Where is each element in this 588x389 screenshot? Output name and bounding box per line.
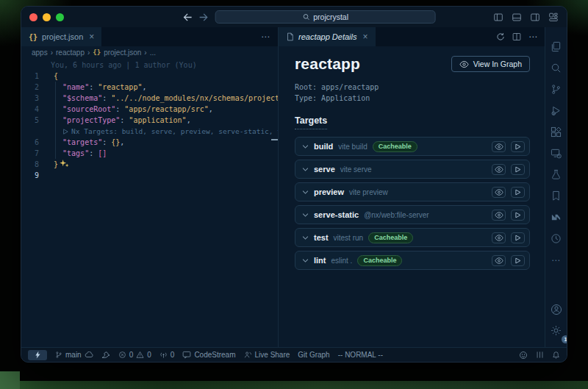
split-editor-icon[interactable] (512, 32, 521, 41)
code-line: 5 "projectType": "application", (21, 115, 278, 126)
target-row[interactable]: previewvite preview (295, 182, 530, 201)
target-row[interactable]: testvitest runCacheable (295, 228, 530, 247)
file-icon (286, 32, 294, 41)
live-share-status[interactable]: Live Share (244, 351, 290, 359)
breadcrumb-separator: › (144, 49, 146, 57)
ports-status[interactable]: 0 (159, 351, 175, 359)
target-row[interactable]: linteslint .Cacheable (295, 251, 530, 270)
tab-bar-left: {} project.json × ⋯ (21, 27, 278, 46)
targets-list: buildvite buildCacheableservevite servep… (295, 137, 536, 270)
run-target-button[interactable] (511, 255, 525, 266)
settings-gear-icon[interactable]: 1 (545, 320, 567, 341)
feedback-smiley-icon[interactable] (519, 351, 528, 360)
view-target-button[interactable] (492, 141, 506, 152)
extensions-icon[interactable] (545, 121, 567, 143)
more-views-icon[interactable]: ⋯ (545, 249, 567, 271)
target-row[interactable]: serve-static@nx/web:file-server (295, 205, 530, 224)
source-control-icon[interactable] (545, 79, 567, 100)
breadcrumb-item[interactable]: reactapp (56, 49, 85, 57)
bookmarks-icon[interactable] (545, 185, 567, 207)
run-target-button[interactable] (511, 187, 525, 198)
explorer-icon[interactable] (545, 36, 567, 57)
zoom-window-button[interactable] (56, 13, 64, 21)
chevron-down-icon[interactable] (302, 235, 309, 240)
close-tab-icon[interactable]: × (89, 32, 94, 42)
json-file-icon: {} (29, 33, 37, 41)
command-center-search[interactable]: projcrystal (215, 10, 436, 24)
line-number: 7 (21, 148, 48, 159)
bird-icon[interactable] (101, 351, 110, 359)
view-target-button[interactable] (492, 210, 506, 221)
nx-console-icon[interactable] (545, 207, 567, 228)
nav-forward-icon[interactable] (199, 13, 209, 21)
git-graph-status[interactable]: Git Graph (298, 351, 329, 359)
code-editor[interactable]: You, 6 hours ago | 1 author (You)1{2 "na… (21, 58, 278, 347)
target-name: test (314, 233, 329, 242)
chevron-down-icon[interactable] (302, 144, 309, 149)
branch-icon (55, 351, 62, 359)
git-branch-status[interactable]: main (55, 351, 93, 359)
run-target-button[interactable] (511, 141, 525, 152)
minimize-window-button[interactable] (43, 13, 51, 21)
code-line-content: "$schema": "../../node_modules/nx/schema… (48, 93, 278, 104)
breadcrumb-item[interactable]: project.json (104, 49, 141, 57)
columns-icon[interactable] (536, 351, 544, 359)
codelens-line[interactable]: Nx Targets: build, serve, preview, serve… (21, 126, 278, 137)
view-target-button[interactable] (492, 232, 506, 243)
bell-icon[interactable] (552, 351, 560, 360)
run-target-button[interactable] (511, 232, 525, 243)
account-icon[interactable] (545, 299, 567, 320)
target-row[interactable]: buildvite buildCacheable (295, 137, 530, 156)
editor-actions-more[interactable]: ⋯ (254, 32, 278, 42)
nav-back-icon[interactable] (183, 13, 193, 21)
toggle-sidebar-icon[interactable] (493, 13, 503, 22)
window-controls (29, 13, 64, 21)
more-actions-icon[interactable]: ⋯ (528, 32, 537, 42)
target-command: vite preview (349, 188, 388, 196)
line-number (21, 126, 48, 137)
testing-beaker-icon[interactable] (545, 164, 567, 185)
share-icon (244, 351, 252, 359)
remote-indicator[interactable] (28, 350, 47, 360)
run-debug-icon[interactable] (545, 100, 567, 121)
close-window-button[interactable] (29, 13, 37, 21)
run-target-button[interactable] (511, 164, 525, 175)
code-line-content: "sourceRoot": "apps/reactapp/src", (48, 104, 213, 115)
view-target-button[interactable] (492, 255, 506, 266)
chevron-down-icon[interactable] (302, 258, 309, 263)
codestream-status[interactable]: CodeStream (182, 351, 235, 359)
error-icon (118, 351, 126, 359)
run-target-button[interactable] (511, 210, 525, 221)
chevron-down-icon (302, 190, 309, 195)
chevron-down-icon[interactable] (302, 167, 309, 172)
git-blame-line: You, 6 hours ago | 1 author (You) (21, 60, 278, 71)
refresh-icon[interactable] (496, 32, 505, 41)
target-row[interactable]: servevite serve (295, 160, 530, 179)
breadcrumb-item[interactable]: ... (150, 49, 156, 57)
breadcrumb-item[interactable]: apps (32, 49, 48, 57)
customize-layout-icon[interactable] (548, 13, 559, 22)
breadcrumb-separator: › (51, 49, 53, 57)
toggle-secondary-sidebar-icon[interactable] (530, 13, 540, 22)
problems-status[interactable]: 0 0 (118, 351, 151, 359)
remote-explorer-icon[interactable] (545, 143, 567, 164)
view-target-button[interactable] (492, 164, 506, 175)
eye-icon (495, 189, 503, 196)
close-tab-icon[interactable]: × (363, 32, 368, 42)
tab-reactapp-details[interactable]: reactapp Details × (279, 27, 376, 46)
view-target-button[interactable] (492, 187, 506, 198)
line-number: 6 (21, 137, 48, 148)
cloud-sync-icon (85, 351, 93, 358)
code-line: 9 (21, 170, 278, 181)
toggle-panel-icon[interactable] (512, 13, 522, 22)
vscode-window: projcrystal {} project.json × ⋯ (21, 6, 567, 363)
history-clock-icon[interactable] (545, 228, 567, 249)
tab-project-json[interactable]: {} project.json × (21, 27, 102, 46)
search-icon[interactable] (545, 57, 567, 79)
breadcrumb-separator: › (87, 49, 90, 57)
chevron-down-icon (302, 144, 309, 149)
chevron-down-icon[interactable] (302, 190, 309, 195)
view-in-graph-button[interactable]: View In Graph (451, 56, 530, 72)
project-details-panel: reactapp View In Graph Root: apps/reacta… (279, 46, 545, 347)
chevron-down-icon[interactable] (302, 213, 309, 218)
